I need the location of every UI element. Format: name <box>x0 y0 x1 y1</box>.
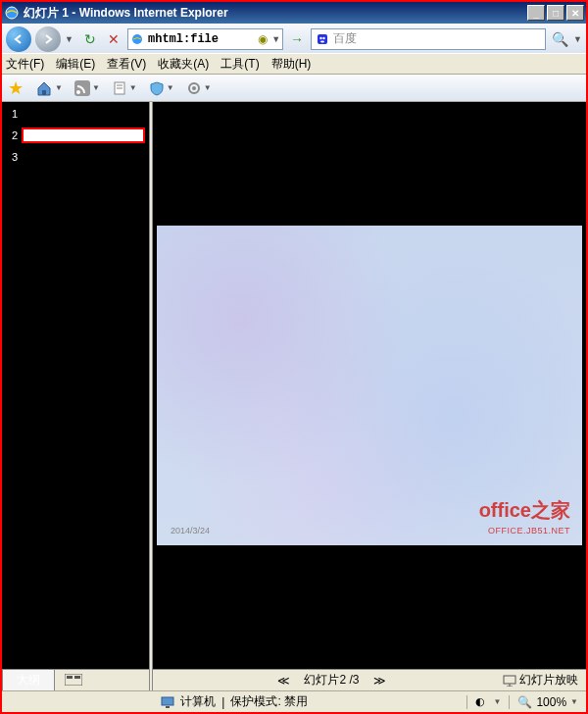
status-separator: | <box>221 695 224 709</box>
slide-viewport: office之家 OFFICE.JB51.NET 2014/3/24 <box>153 102 586 669</box>
svg-point-3 <box>319 36 321 38</box>
feeds-button[interactable]: ▼ <box>74 80 100 96</box>
minimize-button[interactable]: _ <box>527 5 545 21</box>
search-box[interactable]: 百度 <box>311 28 546 50</box>
titlebar: 幻灯片 1 - Windows Internet Explorer _ □ ✕ <box>2 2 586 24</box>
zoom-value: 100% <box>536 695 566 709</box>
zoom-control[interactable]: 🔍 100% ▼ <box>517 695 578 709</box>
slide-nav-bar: ≪ 幻灯片2 /3 ≫ 幻灯片放映 <box>153 669 586 690</box>
svg-rect-6 <box>42 90 46 95</box>
slides-sidebar: 1 2 3 大纲 <box>2 102 149 690</box>
print-button[interactable]: ▼ <box>112 80 137 96</box>
computer-icon <box>161 696 174 708</box>
home-button[interactable]: ▼ <box>35 79 63 97</box>
svg-rect-16 <box>74 676 80 679</box>
safety-button[interactable]: ▼ <box>149 80 174 96</box>
favorites-toolbar: ★ ▼ ▼ ▼ ▼ ▼ <box>2 75 586 102</box>
svg-rect-17 <box>504 676 515 684</box>
search-dropdown-icon[interactable]: ▼ <box>573 34 582 44</box>
svg-rect-14 <box>65 674 82 686</box>
next-slide-button[interactable]: ≫ <box>373 674 386 688</box>
thumbnail-2[interactable]: 2 <box>6 128 145 143</box>
content-area: 1 2 3 大纲 <box>2 102 586 690</box>
svg-rect-20 <box>162 697 173 705</box>
tools-button[interactable]: ▼ <box>186 80 212 96</box>
menu-edit[interactable]: 编辑(E) <box>56 56 95 73</box>
svg-point-5 <box>320 40 324 42</box>
favorites-star-icon[interactable]: ★ <box>8 77 24 99</box>
menu-view[interactable]: 查看(V) <box>107 56 146 73</box>
svg-rect-15 <box>67 676 73 679</box>
tab-outline[interactable]: 大纲 <box>2 669 55 690</box>
nav-history-dropdown[interactable]: ▼ <box>65 34 76 44</box>
menubar: 文件(F) 编辑(E) 查看(V) 收藏夹(A) 工具(T) 帮助(H) <box>2 53 586 75</box>
svg-point-8 <box>76 90 80 94</box>
thumbnail-1[interactable]: 1 <box>6 106 145 122</box>
main-pane: office之家 OFFICE.JB51.NET 2014/3/24 ≪ 幻灯片… <box>153 102 586 690</box>
svg-point-4 <box>322 36 324 38</box>
ie-icon <box>4 5 20 21</box>
svg-point-13 <box>192 86 196 90</box>
thumbnail-list: 1 2 3 <box>2 102 149 669</box>
watermark-text: office之家 <box>479 497 570 524</box>
maximize-button[interactable]: □ <box>547 5 564 21</box>
prev-slide-button[interactable]: ≪ <box>277 674 290 688</box>
close-button[interactable]: ✕ <box>566 5 584 21</box>
address-bar[interactable]: mhtml:file ◉ ▼ <box>127 28 283 50</box>
watermark-subtext: OFFICE.JB51.NET <box>488 526 570 536</box>
status-dropdown-1[interactable]: ▼ <box>493 697 501 706</box>
slideshow-button[interactable]: 幻灯片放映 <box>503 672 578 688</box>
back-button[interactable] <box>6 26 31 52</box>
menu-tools[interactable]: 工具(T) <box>220 56 259 73</box>
status-icon-1[interactable]: ◐ <box>475 695 485 708</box>
refresh-icon[interactable]: ↻ <box>80 29 100 49</box>
thumbnail-3[interactable]: 3 <box>6 149 145 165</box>
tab-slides-icon[interactable] <box>55 672 92 689</box>
go-icon[interactable]: → <box>287 29 307 49</box>
slide-date: 2014/3/24 <box>171 526 210 536</box>
search-placeholder: 百度 <box>333 30 357 47</box>
status-computer: 计算机 <box>180 693 216 710</box>
forward-button[interactable] <box>35 26 61 52</box>
menu-file[interactable]: 文件(F) <box>6 56 44 73</box>
compat-icon[interactable]: ◉ <box>258 32 268 46</box>
statusbar: 计算机 | 保护模式: 禁用 ◐ ▼ 🔍 100% ▼ <box>2 690 586 712</box>
menu-help[interactable]: 帮助(H) <box>271 56 312 73</box>
slide-counter: 幻灯片2 /3 <box>304 672 359 688</box>
zoom-icon: 🔍 <box>517 695 532 709</box>
window-title: 幻灯片 1 - Windows Internet Explorer <box>24 5 527 22</box>
search-go-icon[interactable]: 🔍 <box>550 29 569 49</box>
current-slide: office之家 OFFICE.JB51.NET 2014/3/24 <box>157 226 582 545</box>
menu-favorites[interactable]: 收藏夹(A) <box>158 56 209 73</box>
address-dropdown-icon[interactable]: ▼ <box>271 34 280 44</box>
zoom-dropdown[interactable]: ▼ <box>570 697 578 706</box>
status-protected-mode: 保护模式: 禁用 <box>230 693 308 710</box>
address-text: mhtml:file <box>148 32 219 46</box>
stop-icon[interactable]: ✕ <box>104 29 123 49</box>
sidebar-tabs: 大纲 <box>2 669 149 690</box>
nav-toolbar: ▼ ↻ ✕ mhtml:file ◉ ▼ → 百度 🔍 ▼ <box>2 24 586 53</box>
